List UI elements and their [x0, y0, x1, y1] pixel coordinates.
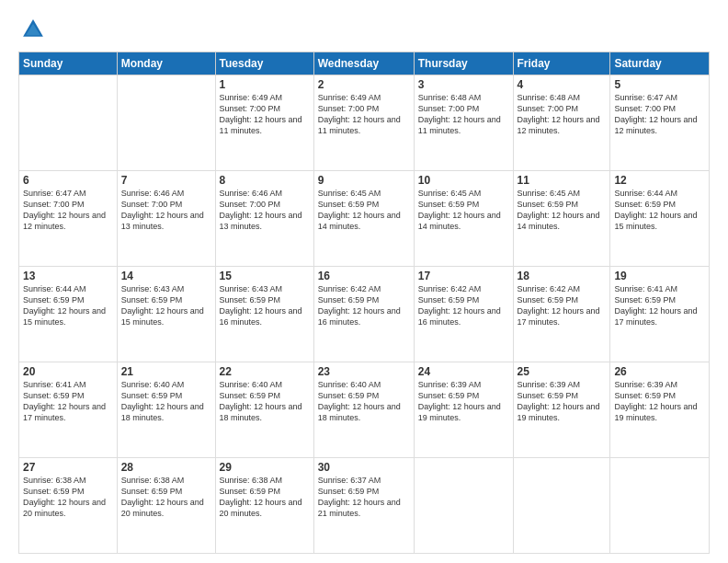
day-info: Sunrise: 6:37 AM Sunset: 6:59 PM Dayligh…: [318, 475, 410, 520]
logo-icon: [20, 17, 46, 42]
day-number: 13: [23, 270, 113, 282]
calendar-day-cell: 5Sunrise: 6:47 AM Sunset: 7:00 PM Daylig…: [610, 75, 710, 171]
calendar-day-cell: 11Sunrise: 6:45 AM Sunset: 6:59 PM Dayli…: [513, 171, 610, 267]
day-info: Sunrise: 6:44 AM Sunset: 6:59 PM Dayligh…: [614, 188, 705, 233]
calendar-week-row: 1Sunrise: 6:49 AM Sunset: 7:00 PM Daylig…: [19, 75, 710, 171]
day-info: Sunrise: 6:41 AM Sunset: 6:59 PM Dayligh…: [614, 283, 705, 328]
calendar-week-row: 6Sunrise: 6:47 AM Sunset: 7:00 PM Daylig…: [19, 171, 710, 267]
day-number: 25: [518, 365, 607, 378]
calendar-day-cell: 25Sunrise: 6:39 AM Sunset: 6:59 PM Dayli…: [513, 362, 610, 458]
calendar-header-cell: Thursday: [414, 52, 513, 75]
calendar-day-cell: 7Sunrise: 6:46 AM Sunset: 7:00 PM Daylig…: [117, 171, 215, 267]
calendar-day-cell: 14Sunrise: 6:43 AM Sunset: 6:59 PM Dayli…: [117, 267, 215, 362]
day-number: 30: [318, 461, 410, 474]
calendar-week-row: 27Sunrise: 6:38 AM Sunset: 6:59 PM Dayli…: [19, 458, 710, 554]
page-header: [18, 17, 710, 42]
calendar-day-cell: 17Sunrise: 6:42 AM Sunset: 6:59 PM Dayli…: [414, 267, 513, 362]
day-number: 28: [121, 461, 211, 474]
calendar-day-cell: 30Sunrise: 6:37 AM Sunset: 6:59 PM Dayli…: [313, 458, 414, 554]
day-number: 20: [23, 365, 113, 378]
calendar-week-row: 13Sunrise: 6:44 AM Sunset: 6:59 PM Dayli…: [19, 267, 710, 362]
calendar-day-cell: 27Sunrise: 6:38 AM Sunset: 6:59 PM Dayli…: [19, 458, 118, 554]
calendar-day-cell: 8Sunrise: 6:46 AM Sunset: 7:00 PM Daylig…: [215, 171, 313, 267]
day-number: 17: [418, 270, 509, 282]
calendar-day-cell: 19Sunrise: 6:41 AM Sunset: 6:59 PM Dayli…: [610, 267, 710, 362]
day-number: 26: [614, 365, 705, 378]
day-info: Sunrise: 6:46 AM Sunset: 7:00 PM Dayligh…: [220, 188, 310, 233]
calendar-body: 1Sunrise: 6:49 AM Sunset: 7:00 PM Daylig…: [19, 75, 710, 554]
day-number: 24: [418, 365, 509, 378]
calendar-day-cell: 3Sunrise: 6:48 AM Sunset: 7:00 PM Daylig…: [414, 75, 513, 171]
day-info: Sunrise: 6:42 AM Sunset: 6:59 PM Dayligh…: [518, 283, 607, 328]
calendar-day-cell: [513, 458, 610, 554]
day-info: Sunrise: 6:47 AM Sunset: 7:00 PM Dayligh…: [23, 188, 113, 233]
calendar-header-cell: Monday: [117, 52, 215, 75]
day-number: 15: [220, 270, 310, 282]
calendar-day-cell: 12Sunrise: 6:44 AM Sunset: 6:59 PM Dayli…: [610, 171, 710, 267]
calendar-day-cell: 2Sunrise: 6:49 AM Sunset: 7:00 PM Daylig…: [313, 75, 414, 171]
day-info: Sunrise: 6:45 AM Sunset: 6:59 PM Dayligh…: [318, 188, 410, 233]
calendar-day-cell: 20Sunrise: 6:41 AM Sunset: 6:59 PM Dayli…: [19, 362, 118, 458]
calendar-day-cell: 24Sunrise: 6:39 AM Sunset: 6:59 PM Dayli…: [414, 362, 513, 458]
day-info: Sunrise: 6:40 AM Sunset: 6:59 PM Dayligh…: [220, 379, 310, 424]
calendar-day-cell: [414, 458, 513, 554]
day-info: Sunrise: 6:43 AM Sunset: 6:59 PM Dayligh…: [121, 283, 211, 328]
day-info: Sunrise: 6:38 AM Sunset: 6:59 PM Dayligh…: [220, 475, 310, 520]
day-info: Sunrise: 6:45 AM Sunset: 6:59 PM Dayligh…: [518, 188, 607, 233]
day-number: 11: [518, 174, 607, 187]
day-info: Sunrise: 6:44 AM Sunset: 6:59 PM Dayligh…: [23, 283, 113, 328]
calendar-day-cell: 13Sunrise: 6:44 AM Sunset: 6:59 PM Dayli…: [19, 267, 118, 362]
day-info: Sunrise: 6:43 AM Sunset: 6:59 PM Dayligh…: [220, 283, 310, 328]
calendar-week-row: 20Sunrise: 6:41 AM Sunset: 6:59 PM Dayli…: [19, 362, 710, 458]
day-number: 22: [220, 365, 310, 378]
calendar-day-cell: 26Sunrise: 6:39 AM Sunset: 6:59 PM Dayli…: [610, 362, 710, 458]
day-info: Sunrise: 6:45 AM Sunset: 6:59 PM Dayligh…: [418, 188, 509, 233]
day-info: Sunrise: 6:39 AM Sunset: 6:59 PM Dayligh…: [614, 379, 705, 424]
day-number: 29: [220, 461, 310, 474]
day-number: 9: [318, 174, 410, 187]
day-info: Sunrise: 6:39 AM Sunset: 6:59 PM Dayligh…: [418, 379, 509, 424]
day-info: Sunrise: 6:46 AM Sunset: 7:00 PM Dayligh…: [121, 188, 211, 233]
calendar-day-cell: 28Sunrise: 6:38 AM Sunset: 6:59 PM Dayli…: [117, 458, 215, 554]
day-number: 2: [318, 78, 410, 91]
day-info: Sunrise: 6:40 AM Sunset: 6:59 PM Dayligh…: [121, 379, 211, 424]
day-info: Sunrise: 6:39 AM Sunset: 6:59 PM Dayligh…: [518, 379, 607, 424]
day-number: 27: [23, 461, 113, 474]
logo: [18, 17, 50, 42]
day-info: Sunrise: 6:49 AM Sunset: 7:00 PM Dayligh…: [318, 92, 410, 137]
calendar-day-cell: 4Sunrise: 6:48 AM Sunset: 7:00 PM Daylig…: [513, 75, 610, 171]
day-number: 5: [614, 78, 705, 91]
calendar-day-cell: 29Sunrise: 6:38 AM Sunset: 6:59 PM Dayli…: [215, 458, 313, 554]
calendar-header-cell: Sunday: [19, 52, 118, 75]
day-number: 18: [518, 270, 607, 282]
day-number: 4: [518, 78, 607, 91]
calendar-day-cell: 10Sunrise: 6:45 AM Sunset: 6:59 PM Dayli…: [414, 171, 513, 267]
calendar-day-cell: 23Sunrise: 6:40 AM Sunset: 6:59 PM Dayli…: [313, 362, 414, 458]
calendar-day-cell: 9Sunrise: 6:45 AM Sunset: 6:59 PM Daylig…: [313, 171, 414, 267]
day-info: Sunrise: 6:41 AM Sunset: 6:59 PM Dayligh…: [23, 379, 113, 424]
calendar-day-cell: 18Sunrise: 6:42 AM Sunset: 6:59 PM Dayli…: [513, 267, 610, 362]
day-number: 14: [121, 270, 211, 282]
calendar-header-cell: Saturday: [610, 52, 710, 75]
day-info: Sunrise: 6:42 AM Sunset: 6:59 PM Dayligh…: [318, 283, 410, 328]
day-info: Sunrise: 6:48 AM Sunset: 7:00 PM Dayligh…: [518, 92, 607, 137]
calendar-day-cell: 1Sunrise: 6:49 AM Sunset: 7:00 PM Daylig…: [215, 75, 313, 171]
calendar-table: SundayMondayTuesdayWednesdayThursdayFrid…: [18, 52, 710, 554]
day-number: 21: [121, 365, 211, 378]
day-info: Sunrise: 6:47 AM Sunset: 7:00 PM Dayligh…: [614, 92, 705, 137]
day-number: 1: [220, 78, 310, 91]
day-info: Sunrise: 6:38 AM Sunset: 6:59 PM Dayligh…: [121, 475, 211, 520]
day-info: Sunrise: 6:38 AM Sunset: 6:59 PM Dayligh…: [23, 475, 113, 520]
day-info: Sunrise: 6:42 AM Sunset: 6:59 PM Dayligh…: [418, 283, 509, 328]
day-number: 8: [220, 174, 310, 187]
calendar-day-cell: 6Sunrise: 6:47 AM Sunset: 7:00 PM Daylig…: [19, 171, 118, 267]
day-number: 10: [418, 174, 509, 187]
calendar-header-cell: Tuesday: [215, 52, 313, 75]
calendar-header-cell: Wednesday: [313, 52, 414, 75]
calendar-header-cell: Friday: [513, 52, 610, 75]
calendar-day-cell: [117, 75, 215, 171]
calendar-day-cell: 21Sunrise: 6:40 AM Sunset: 6:59 PM Dayli…: [117, 362, 215, 458]
calendar-day-cell: 16Sunrise: 6:42 AM Sunset: 6:59 PM Dayli…: [313, 267, 414, 362]
day-info: Sunrise: 6:40 AM Sunset: 6:59 PM Dayligh…: [318, 379, 410, 424]
day-number: 6: [23, 174, 113, 187]
